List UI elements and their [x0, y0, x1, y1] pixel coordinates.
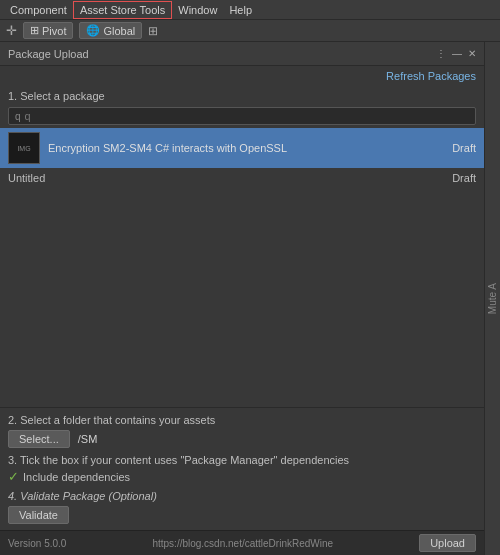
step3-label: 3. Tick the box if your content uses "Pa…: [8, 454, 476, 466]
header-icons: ⋮ — ✕: [436, 48, 476, 59]
panel-title: Package Upload: [8, 48, 89, 60]
mute-label: Mute A: [487, 283, 498, 314]
select-folder-button[interactable]: Select...: [8, 430, 70, 448]
search-input[interactable]: [25, 110, 469, 122]
include-deps-label: Include dependencies: [23, 471, 130, 483]
step2-label: 2. Select a folder that contains your as…: [8, 414, 476, 426]
checkmark-icon: ✓: [8, 469, 19, 484]
folder-path: /SM: [78, 433, 98, 445]
global-label: Global: [103, 25, 135, 37]
grid-icon: ⊞: [148, 24, 158, 38]
list-item[interactable]: Untitled Draft: [0, 168, 484, 188]
global-button[interactable]: 🌐 Global: [79, 22, 142, 39]
upload-button[interactable]: Upload: [419, 534, 476, 552]
validate-button[interactable]: Validate: [8, 506, 69, 524]
toolbar: ✛ ⊞ Pivot 🌐 Global ⊞: [0, 20, 500, 42]
include-deps-row: ✓ Include dependencies: [8, 469, 476, 484]
left-panel: Package Upload ⋮ — ✕ Refresh Packages 1.…: [0, 42, 484, 555]
pivot-icon: ⊞: [30, 24, 39, 37]
package-status: Draft: [452, 172, 476, 184]
search-box: q: [8, 107, 476, 125]
step1-label: 1. Select a package: [0, 86, 484, 104]
package-list: IMG Encryption SM2-SM4 C# interacts with…: [0, 128, 484, 407]
pivot-label: Pivot: [42, 25, 66, 37]
menu-asset-store-tools[interactable]: Asset Store Tools: [73, 1, 172, 19]
folder-row: Select... /SM: [8, 430, 476, 448]
footer: Version 5.0.0 https://blog.csdn.net/catt…: [0, 530, 484, 555]
menu-window[interactable]: Window: [172, 2, 223, 18]
package-thumbnail: IMG: [8, 132, 40, 164]
main-container: Package Upload ⋮ — ✕ Refresh Packages 1.…: [0, 42, 500, 555]
globe-icon: 🌐: [86, 24, 100, 37]
close-icon[interactable]: ✕: [468, 48, 476, 59]
right-panel: Mute A: [484, 42, 500, 555]
package-name: Untitled: [8, 172, 452, 184]
pivot-button[interactable]: ⊞ Pivot: [23, 22, 73, 39]
bottom-section: 2. Select a folder that contains your as…: [0, 407, 484, 530]
minimize-icon[interactable]: —: [452, 48, 462, 59]
package-name: Encryption SM2-SM4 C# interacts with Ope…: [48, 142, 444, 154]
search-icon: q: [15, 111, 21, 122]
refresh-packages-button[interactable]: Refresh Packages: [386, 70, 476, 82]
package-status: Draft: [452, 142, 476, 154]
menu-bar: Component Asset Store Tools Window Help: [0, 0, 500, 20]
version-text: Version 5.0.0: [8, 538, 66, 549]
list-item[interactable]: IMG Encryption SM2-SM4 C# interacts with…: [0, 128, 484, 168]
menu-help[interactable]: Help: [223, 2, 258, 18]
menu-dots-icon[interactable]: ⋮: [436, 48, 446, 59]
refresh-area: Refresh Packages: [0, 66, 484, 86]
panel-header: Package Upload ⋮ — ✕: [0, 42, 484, 66]
transform-icon: ✛: [6, 23, 17, 38]
step4-label: 4. Validate Package (Optional): [8, 490, 476, 502]
menu-component[interactable]: Component: [4, 2, 73, 18]
url-text: https://blog.csdn.net/cattleDrinkRedWine: [152, 538, 333, 549]
